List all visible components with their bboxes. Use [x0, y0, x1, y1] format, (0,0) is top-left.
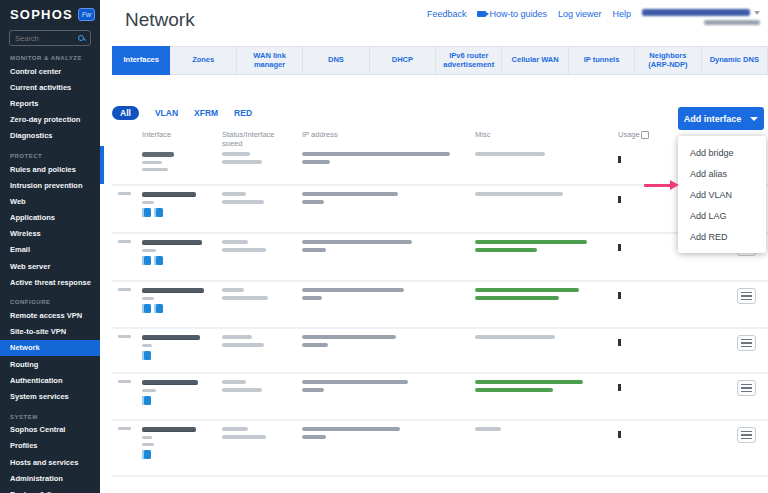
sidebar-item-administration[interactable]: Administration	[0, 470, 100, 486]
sidebar-item-control-center[interactable]: Control center	[0, 63, 100, 79]
redacted-text	[222, 435, 266, 439]
redacted-status-text	[475, 388, 553, 392]
table-row[interactable]	[112, 421, 768, 477]
sidebar-item-sophos-central[interactable]: Sophos Central	[0, 422, 100, 438]
sidebar-item-current-activities[interactable]: Current activities	[0, 79, 100, 95]
table-row[interactable]	[112, 374, 768, 421]
col-interface: Interface	[142, 130, 222, 146]
tab-dynamic-dns[interactable]: Dynamic DNS	[702, 46, 768, 75]
tab-ipv6-router-advertisement[interactable]: IPv6 router advertisement	[436, 46, 502, 75]
sidebar-item-zero-day-protection[interactable]: Zero-day protection	[0, 112, 100, 128]
help-link[interactable]: Help	[612, 9, 631, 19]
redacted-link[interactable]	[142, 380, 198, 385]
tab-zones[interactable]: Zones	[170, 46, 236, 75]
search-icon[interactable]	[78, 35, 85, 42]
redacted-link[interactable]	[142, 288, 204, 293]
redacted-text	[222, 427, 248, 431]
sidebar-item-applications[interactable]: Applications	[0, 210, 100, 226]
sidebar-item-routing[interactable]: Routing	[0, 356, 100, 372]
usage-indicator	[618, 244, 621, 251]
redacted-text	[302, 248, 326, 252]
redacted-text	[302, 200, 324, 204]
tab-neighbors-arp-ndp[interactable]: Neighbors (ARP-NDP)	[635, 46, 701, 75]
redacted-text	[222, 343, 264, 347]
redacted-text	[302, 152, 450, 156]
filter-xfrm[interactable]: XFRM	[194, 108, 218, 118]
tab-dns[interactable]: DNS	[303, 46, 369, 75]
connected-port-icon	[142, 396, 151, 405]
redacted-text	[142, 152, 174, 157]
main-content: Network Feedback How-to guides Log viewe…	[100, 0, 768, 493]
search-input[interactable]	[15, 34, 73, 43]
table-row[interactable]	[112, 234, 768, 282]
select-all-checkbox[interactable]	[641, 131, 649, 139]
sidebar-item-site-to-site-vpn[interactable]: Site-to-site VPN	[0, 324, 100, 340]
firewall-logo-icon: Fw	[78, 8, 95, 21]
menu-item-add-bridge[interactable]: Add bridge	[678, 142, 766, 163]
logo: SOPHOS Fw	[0, 0, 100, 22]
table-row[interactable]	[112, 282, 768, 329]
sidebar-item-email[interactable]: Email	[0, 242, 100, 258]
tab-cellular-wan[interactable]: Cellular WAN	[502, 46, 568, 75]
redacted-link[interactable]	[142, 240, 202, 245]
table-row[interactable]	[112, 329, 768, 374]
feedback-link[interactable]: Feedback	[427, 9, 467, 19]
tab-ip-tunnels[interactable]: IP tunnels	[569, 46, 635, 75]
video-camera-icon	[477, 11, 486, 17]
row-menu-button[interactable]	[737, 427, 756, 443]
sidebar-item-rules-and-policies[interactable]: Rules and policies	[0, 161, 100, 177]
sidebar-search[interactable]	[9, 30, 91, 46]
redacted-text	[142, 161, 162, 164]
redacted-text	[475, 335, 555, 339]
sidebar-item-remote-access-vpn[interactable]: Remote access VPN	[0, 307, 100, 323]
redacted-status-text	[475, 248, 537, 252]
add-interface-menu: Add bridge Add alias Add VLAN Add LAG Ad…	[678, 136, 766, 253]
sidebar-item-wireless[interactable]: Wireless	[0, 226, 100, 242]
sidebar-item-system-services[interactable]: System services	[0, 388, 100, 404]
sidebar-item-web[interactable]: Web	[0, 193, 100, 209]
sidebar-item-intrusion-prevention[interactable]: Intrusion prevention	[0, 177, 100, 193]
redacted-text	[142, 297, 154, 300]
sidebar-item-hosts-and-services[interactable]: Hosts and services	[0, 454, 100, 470]
add-interface-button[interactable]: Add interface	[678, 107, 764, 130]
sidebar-item-profiles[interactable]: Profiles	[0, 438, 100, 454]
tab-wan-link-manager[interactable]: WAN link manager	[237, 46, 303, 75]
table-row[interactable]	[112, 186, 768, 234]
sidebar-item-authentication[interactable]: Authentication	[0, 372, 100, 388]
filter-red[interactable]: RED	[234, 108, 252, 118]
redacted-link[interactable]	[142, 335, 200, 340]
user-menu[interactable]	[642, 9, 760, 25]
filter-all[interactable]: All	[112, 106, 139, 120]
tab-dhcp[interactable]: DHCP	[370, 46, 436, 75]
sidebar-item-reports[interactable]: Reports	[0, 95, 100, 111]
sidebar-item-diagnostics[interactable]: Diagnostics	[0, 128, 100, 144]
row-menu-button[interactable]	[737, 335, 756, 351]
log-viewer-link[interactable]: Log viewer	[558, 9, 602, 19]
redacted-text	[222, 388, 262, 392]
sidebar-item-network[interactable]: Network	[0, 340, 100, 356]
col-status-speed: Status/Interface speed	[222, 130, 302, 146]
tab-interfaces[interactable]: Interfaces	[112, 46, 170, 75]
redacted-link[interactable]	[142, 427, 196, 432]
redacted-text	[475, 427, 501, 431]
top-bar: Network Feedback How-to guides Log viewe…	[100, 0, 768, 46]
redacted-text	[142, 436, 152, 439]
redacted-link[interactable]	[142, 192, 196, 197]
nav-section-protect: PROTECT	[10, 153, 100, 159]
sidebar-item-backup-firmware[interactable]: Backup & firmware	[0, 486, 100, 493]
menu-item-add-red[interactable]: Add RED	[678, 226, 766, 247]
how-to-guides-link[interactable]: How-to guides	[477, 9, 547, 19]
redacted-status-text	[475, 240, 587, 244]
menu-item-add-vlan[interactable]: Add VLAN	[678, 184, 766, 205]
menu-item-add-alias[interactable]: Add alias	[678, 163, 766, 184]
redacted-text	[142, 201, 154, 204]
menu-item-add-lag[interactable]: Add LAG	[678, 205, 766, 226]
connected-port-icon	[142, 256, 151, 265]
row-menu-button[interactable]	[737, 380, 756, 396]
sidebar-item-active-threat-response[interactable]: Active threat response	[0, 274, 100, 290]
redacted-text	[222, 160, 262, 164]
filter-vlan[interactable]: VLAN	[155, 108, 178, 118]
row-menu-button[interactable]	[737, 288, 756, 304]
interface-type-filters: All VLAN XFRM RED	[112, 105, 768, 120]
sidebar-item-web-server[interactable]: Web server	[0, 258, 100, 274]
